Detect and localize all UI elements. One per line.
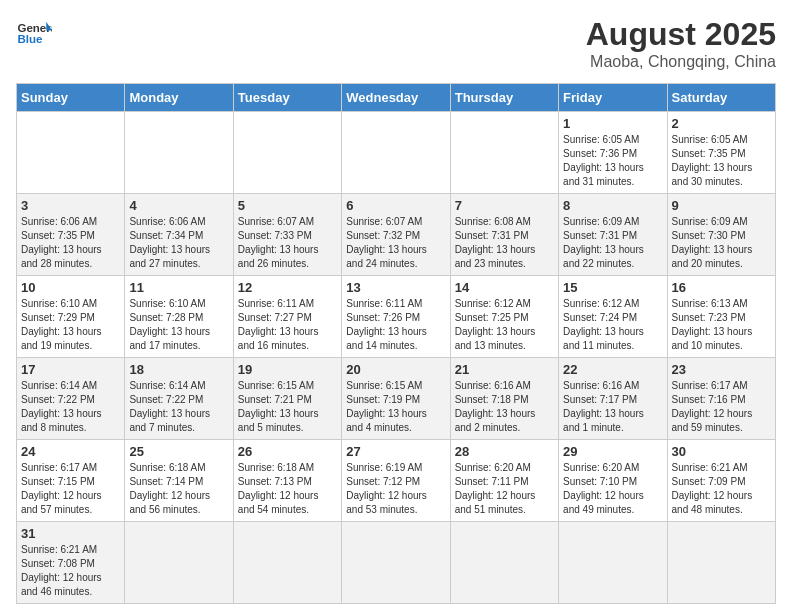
- day-cell: 21Sunrise: 6:16 AM Sunset: 7:18 PM Dayli…: [450, 358, 558, 440]
- day-cell: [233, 522, 341, 604]
- day-cell: 26Sunrise: 6:18 AM Sunset: 7:13 PM Dayli…: [233, 440, 341, 522]
- day-cell: [450, 522, 558, 604]
- day-info: Sunrise: 6:06 AM Sunset: 7:34 PM Dayligh…: [129, 215, 228, 271]
- day-cell: [667, 522, 775, 604]
- day-info: Sunrise: 6:21 AM Sunset: 7:08 PM Dayligh…: [21, 543, 120, 599]
- day-cell: 17Sunrise: 6:14 AM Sunset: 7:22 PM Dayli…: [17, 358, 125, 440]
- weekday-header-wednesday: Wednesday: [342, 84, 450, 112]
- day-cell: 13Sunrise: 6:11 AM Sunset: 7:26 PM Dayli…: [342, 276, 450, 358]
- day-cell: 10Sunrise: 6:10 AM Sunset: 7:29 PM Dayli…: [17, 276, 125, 358]
- calendar-table: SundayMondayTuesdayWednesdayThursdayFrid…: [16, 83, 776, 604]
- day-cell: 16Sunrise: 6:13 AM Sunset: 7:23 PM Dayli…: [667, 276, 775, 358]
- day-number: 17: [21, 362, 120, 377]
- page-header: General Blue August 2025 Maoba, Chongqin…: [16, 16, 776, 71]
- day-cell: [17, 112, 125, 194]
- day-number: 11: [129, 280, 228, 295]
- day-number: 6: [346, 198, 445, 213]
- week-row-3: 17Sunrise: 6:14 AM Sunset: 7:22 PM Dayli…: [17, 358, 776, 440]
- day-number: 1: [563, 116, 662, 131]
- day-cell: 3Sunrise: 6:06 AM Sunset: 7:35 PM Daylig…: [17, 194, 125, 276]
- weekday-header-sunday: Sunday: [17, 84, 125, 112]
- day-number: 19: [238, 362, 337, 377]
- day-cell: [450, 112, 558, 194]
- day-number: 5: [238, 198, 337, 213]
- day-cell: 14Sunrise: 6:12 AM Sunset: 7:25 PM Dayli…: [450, 276, 558, 358]
- weekday-header-row: SundayMondayTuesdayWednesdayThursdayFrid…: [17, 84, 776, 112]
- day-cell: 28Sunrise: 6:20 AM Sunset: 7:11 PM Dayli…: [450, 440, 558, 522]
- day-cell: 5Sunrise: 6:07 AM Sunset: 7:33 PM Daylig…: [233, 194, 341, 276]
- day-info: Sunrise: 6:18 AM Sunset: 7:14 PM Dayligh…: [129, 461, 228, 517]
- day-number: 24: [21, 444, 120, 459]
- day-cell: 2Sunrise: 6:05 AM Sunset: 7:35 PM Daylig…: [667, 112, 775, 194]
- day-number: 27: [346, 444, 445, 459]
- day-cell: 18Sunrise: 6:14 AM Sunset: 7:22 PM Dayli…: [125, 358, 233, 440]
- day-info: Sunrise: 6:14 AM Sunset: 7:22 PM Dayligh…: [129, 379, 228, 435]
- day-cell: [233, 112, 341, 194]
- day-number: 10: [21, 280, 120, 295]
- day-number: 8: [563, 198, 662, 213]
- day-info: Sunrise: 6:07 AM Sunset: 7:32 PM Dayligh…: [346, 215, 445, 271]
- day-cell: 19Sunrise: 6:15 AM Sunset: 7:21 PM Dayli…: [233, 358, 341, 440]
- day-number: 4: [129, 198, 228, 213]
- day-cell: 29Sunrise: 6:20 AM Sunset: 7:10 PM Dayli…: [559, 440, 667, 522]
- day-cell: 11Sunrise: 6:10 AM Sunset: 7:28 PM Dayli…: [125, 276, 233, 358]
- day-info: Sunrise: 6:12 AM Sunset: 7:25 PM Dayligh…: [455, 297, 554, 353]
- day-cell: [559, 522, 667, 604]
- week-row-4: 24Sunrise: 6:17 AM Sunset: 7:15 PM Dayli…: [17, 440, 776, 522]
- day-number: 12: [238, 280, 337, 295]
- week-row-2: 10Sunrise: 6:10 AM Sunset: 7:29 PM Dayli…: [17, 276, 776, 358]
- day-number: 20: [346, 362, 445, 377]
- week-row-1: 3Sunrise: 6:06 AM Sunset: 7:35 PM Daylig…: [17, 194, 776, 276]
- day-cell: 6Sunrise: 6:07 AM Sunset: 7:32 PM Daylig…: [342, 194, 450, 276]
- day-number: 30: [672, 444, 771, 459]
- day-info: Sunrise: 6:10 AM Sunset: 7:28 PM Dayligh…: [129, 297, 228, 353]
- day-number: 21: [455, 362, 554, 377]
- day-info: Sunrise: 6:05 AM Sunset: 7:36 PM Dayligh…: [563, 133, 662, 189]
- day-info: Sunrise: 6:17 AM Sunset: 7:16 PM Dayligh…: [672, 379, 771, 435]
- day-info: Sunrise: 6:16 AM Sunset: 7:18 PM Dayligh…: [455, 379, 554, 435]
- day-info: Sunrise: 6:06 AM Sunset: 7:35 PM Dayligh…: [21, 215, 120, 271]
- day-cell: 1Sunrise: 6:05 AM Sunset: 7:36 PM Daylig…: [559, 112, 667, 194]
- calendar-subtitle: Maoba, Chongqing, China: [586, 53, 776, 71]
- day-number: 9: [672, 198, 771, 213]
- day-info: Sunrise: 6:19 AM Sunset: 7:12 PM Dayligh…: [346, 461, 445, 517]
- day-info: Sunrise: 6:12 AM Sunset: 7:24 PM Dayligh…: [563, 297, 662, 353]
- day-number: 29: [563, 444, 662, 459]
- logo-icon: General Blue: [16, 16, 52, 52]
- day-info: Sunrise: 6:15 AM Sunset: 7:21 PM Dayligh…: [238, 379, 337, 435]
- day-cell: 12Sunrise: 6:11 AM Sunset: 7:27 PM Dayli…: [233, 276, 341, 358]
- day-number: 25: [129, 444, 228, 459]
- day-number: 22: [563, 362, 662, 377]
- day-info: Sunrise: 6:21 AM Sunset: 7:09 PM Dayligh…: [672, 461, 771, 517]
- day-info: Sunrise: 6:05 AM Sunset: 7:35 PM Dayligh…: [672, 133, 771, 189]
- day-number: 7: [455, 198, 554, 213]
- day-info: Sunrise: 6:11 AM Sunset: 7:26 PM Dayligh…: [346, 297, 445, 353]
- day-number: 13: [346, 280, 445, 295]
- svg-text:Blue: Blue: [17, 33, 43, 45]
- day-info: Sunrise: 6:09 AM Sunset: 7:30 PM Dayligh…: [672, 215, 771, 271]
- day-info: Sunrise: 6:15 AM Sunset: 7:19 PM Dayligh…: [346, 379, 445, 435]
- weekday-header-tuesday: Tuesday: [233, 84, 341, 112]
- day-info: Sunrise: 6:16 AM Sunset: 7:17 PM Dayligh…: [563, 379, 662, 435]
- day-number: 23: [672, 362, 771, 377]
- day-cell: 23Sunrise: 6:17 AM Sunset: 7:16 PM Dayli…: [667, 358, 775, 440]
- week-row-5: 31Sunrise: 6:21 AM Sunset: 7:08 PM Dayli…: [17, 522, 776, 604]
- day-cell: 15Sunrise: 6:12 AM Sunset: 7:24 PM Dayli…: [559, 276, 667, 358]
- day-cell: [342, 112, 450, 194]
- day-number: 2: [672, 116, 771, 131]
- day-cell: 8Sunrise: 6:09 AM Sunset: 7:31 PM Daylig…: [559, 194, 667, 276]
- day-info: Sunrise: 6:07 AM Sunset: 7:33 PM Dayligh…: [238, 215, 337, 271]
- day-cell: 25Sunrise: 6:18 AM Sunset: 7:14 PM Dayli…: [125, 440, 233, 522]
- day-cell: 24Sunrise: 6:17 AM Sunset: 7:15 PM Dayli…: [17, 440, 125, 522]
- day-cell: 4Sunrise: 6:06 AM Sunset: 7:34 PM Daylig…: [125, 194, 233, 276]
- day-info: Sunrise: 6:17 AM Sunset: 7:15 PM Dayligh…: [21, 461, 120, 517]
- day-cell: 22Sunrise: 6:16 AM Sunset: 7:17 PM Dayli…: [559, 358, 667, 440]
- day-info: Sunrise: 6:11 AM Sunset: 7:27 PM Dayligh…: [238, 297, 337, 353]
- day-number: 15: [563, 280, 662, 295]
- day-info: Sunrise: 6:13 AM Sunset: 7:23 PM Dayligh…: [672, 297, 771, 353]
- title-block: August 2025 Maoba, Chongqing, China: [586, 16, 776, 71]
- week-row-0: 1Sunrise: 6:05 AM Sunset: 7:36 PM Daylig…: [17, 112, 776, 194]
- day-number: 14: [455, 280, 554, 295]
- weekday-header-thursday: Thursday: [450, 84, 558, 112]
- day-cell: 27Sunrise: 6:19 AM Sunset: 7:12 PM Dayli…: [342, 440, 450, 522]
